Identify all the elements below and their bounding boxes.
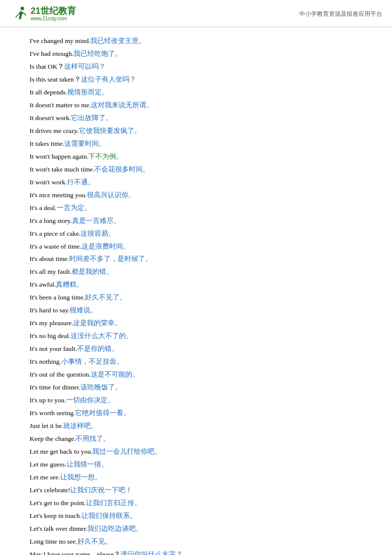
chinese-text: 这没什么大不了的。 <box>71 332 133 340</box>
english-text: Let me guess. <box>30 461 67 468</box>
content-line: It all depends.视情形而定。 <box>30 86 372 99</box>
english-text: It's hard to say. <box>30 306 70 314</box>
page-header: 21世纪教育 www.21cnjy.com 中小学教育资源及组卷应用平台 <box>0 0 392 27</box>
chinese-text: 真糟糕。 <box>56 281 83 288</box>
english-text: It's awful. <box>30 281 56 288</box>
chinese-text: 一切由你决定。 <box>66 396 115 404</box>
content-line: It's hard to say.很难说。 <box>30 304 372 317</box>
english-text: It's out of the question. <box>30 371 91 378</box>
content-line: It's nice meeting you.很高兴认识你。 <box>30 189 372 202</box>
content-line: It's up to you.一切由你决定。 <box>30 394 372 407</box>
header-tagline: 中小学教育资源及组卷应用平台 <box>299 10 382 18</box>
english-text: Let's celebrate! <box>30 486 70 494</box>
content-line: It's time for dinner.该吃晚饭了。 <box>30 382 372 394</box>
english-text: Just let it be. <box>30 422 63 429</box>
content-line: It's nothing.小事情，不足挂齿。 <box>30 356 372 368</box>
content-line: Let's talk over dinner.我们边吃边谈吧。 <box>30 523 372 535</box>
english-text: It's a waste of time. <box>30 243 81 250</box>
english-text: It's my pleasure. <box>30 319 73 327</box>
chinese-text: 不用找了。 <box>76 435 110 442</box>
english-text: It's nothing. <box>30 358 61 365</box>
content-line: It's a piece of cake.这很容易。 <box>30 228 372 240</box>
content-line: Is this seat taken？这位子有人坐吗？ <box>30 74 372 86</box>
content-line: Let me get back to you.我过一会儿打给你吧。 <box>30 446 372 458</box>
english-text: It's nice meeting you. <box>30 191 87 199</box>
english-text: Let's get to the point. <box>30 499 86 507</box>
chinese-text: 小事情，不足挂齿。 <box>61 358 123 365</box>
english-text: It's up to you. <box>30 396 66 404</box>
chinese-text: 很难说。 <box>70 306 97 314</box>
chinese-text: 就这样吧。 <box>63 422 98 429</box>
content-line: Long time no see.好久不见。 <box>30 536 372 548</box>
content-line: Keep the change.不用找了。 <box>30 433 372 445</box>
chinese-text: 好久不见了。 <box>85 294 126 301</box>
chinese-text: 很高兴认识你。 <box>87 191 135 199</box>
english-text: It doesn't work. <box>30 114 71 122</box>
english-text: I've changed my mind. <box>30 37 90 44</box>
english-text: It drives me crazy. <box>30 127 79 134</box>
content-line: Let me guess.让我猜一猜。 <box>30 459 372 471</box>
content-line: I've had enough.我已经吃饱了。 <box>30 48 372 60</box>
content-line: It's no big deal.这没什么大不了的。 <box>30 330 372 342</box>
chinese-text: 这很容易。 <box>80 230 115 237</box>
english-text: I've had enough. <box>30 50 74 57</box>
chinese-text: 这是不可能的。 <box>91 371 139 378</box>
chinese-text: 该吃晚饭了。 <box>80 384 122 391</box>
chinese-text: 好久不见。 <box>78 538 112 545</box>
chinese-text: 我过一会儿打给你吧。 <box>92 448 161 455</box>
english-text: Let me get back to you. <box>30 448 92 455</box>
english-text: It's time for dinner. <box>30 384 80 391</box>
content-line: It doesn't work.它出故障了。 <box>30 112 372 125</box>
english-text: It's no big deal. <box>30 332 71 340</box>
chinese-text: 这样可以吗？ <box>64 63 106 70</box>
chinese-text: 让我们保持联系。 <box>81 512 137 519</box>
chinese-text: 我已经吃饱了。 <box>74 50 122 57</box>
content-line: Let's celebrate!让我们庆祝一下吧！ <box>30 484 372 497</box>
english-text: It's a deal. <box>30 204 57 212</box>
content-line: It's a deal.一言为定。 <box>30 202 372 214</box>
logo-text: 21世纪教育 www.21cnjy.com <box>31 6 76 22</box>
logo-icon <box>10 5 28 23</box>
english-text: Let's talk over dinner. <box>30 525 87 532</box>
english-text: It doesn't matter to me. <box>30 101 91 109</box>
chinese-text: 不会花很多时间。 <box>94 166 150 173</box>
english-text: It's worth seeing. <box>30 409 75 417</box>
english-text: It takes time. <box>30 140 64 147</box>
chinese-text: 都是我的错。 <box>72 268 113 275</box>
english-text: It's a piece of cake. <box>30 230 80 237</box>
content-line: Let's get to the point.让我们言归正传。 <box>30 497 372 510</box>
english-text: Long time no see. <box>30 538 78 545</box>
chinese-text: 这对我来说无所谓。 <box>91 101 153 109</box>
english-text: Let's keep in touch. <box>30 512 81 519</box>
content-line: Is that OK？这样可以吗？ <box>30 61 372 73</box>
english-text: It all depends. <box>30 88 67 96</box>
chinese-text: 它使我快要发疯了。 <box>79 127 141 134</box>
content-line: Let me see.让我想一想。 <box>30 471 372 484</box>
content-line: It's a waste of time.这是浪费时间。 <box>30 241 372 253</box>
english-text: It's a long story. <box>30 217 72 224</box>
chinese-text: 它绝对值得一看。 <box>75 409 130 417</box>
content-line: Let's keep in touch.让我们保持联系。 <box>30 510 372 522</box>
logo-url: www.21cnjy.com <box>31 16 76 21</box>
content-line: It's out of the question.这是不可能的。 <box>30 369 372 381</box>
chinese-text: 我们边吃边谈吧。 <box>87 525 143 532</box>
chinese-text: 行不通。 <box>67 178 95 186</box>
english-text: Is that OK？ <box>30 63 64 70</box>
english-text: It's about time. <box>30 255 69 262</box>
chinese-text: 时间差不多了，是时候了。 <box>69 255 152 262</box>
english-text: Keep the change. <box>30 435 76 442</box>
content-line: It's all my fault.都是我的错。 <box>30 266 372 278</box>
content-line: I've changed my mind.我已经改变主意。 <box>30 35 372 47</box>
content-line: May I have your name，please？请问你叫什么名字？ <box>30 549 372 555</box>
chinese-text: 这需要时间。 <box>64 140 106 147</box>
chinese-text: 请问你叫什么名字？ <box>120 551 183 555</box>
logo-title: 21世纪教育 <box>31 6 76 16</box>
content-line: It won't happen again.下不为例。 <box>30 151 372 163</box>
content-area: I've changed my mind.我已经改变主意。I've had en… <box>0 27 392 555</box>
chinese-text: 让我猜一猜。 <box>67 461 108 468</box>
chinese-text: 不是你的错。 <box>77 345 118 352</box>
chinese-text: 下不为例。 <box>88 153 123 160</box>
english-text: It won't work. <box>30 178 67 186</box>
content-line: It's a long story.真是一言难尽。 <box>30 215 372 227</box>
english-text: Let me see. <box>30 473 60 481</box>
